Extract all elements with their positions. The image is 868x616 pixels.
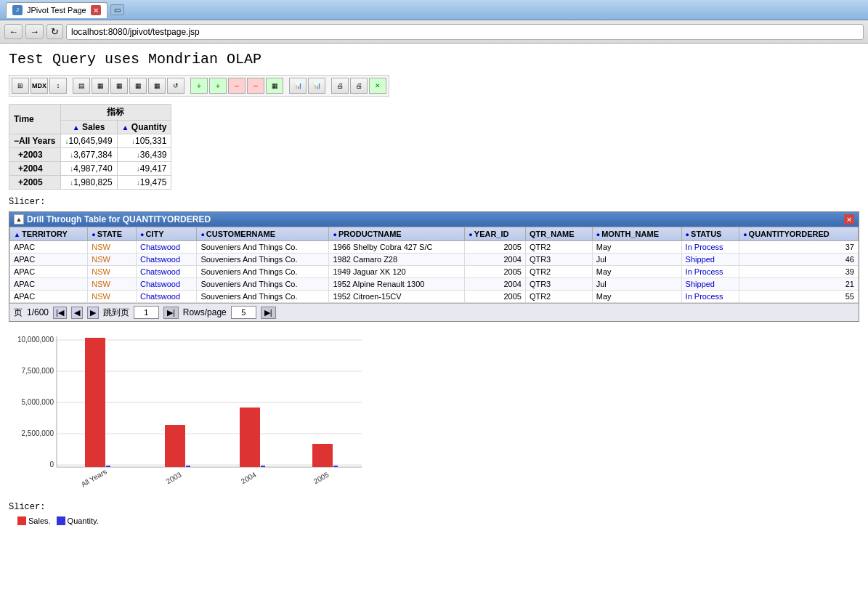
toolbar-btn-table5[interactable]: ▦: [148, 78, 166, 94]
pivot-2005-label[interactable]: +2005: [9, 176, 61, 190]
drill-table-row: APACNSWChatswoodSouveniers And Things Co…: [10, 254, 859, 266]
drill-table-cell: 1952 Alpine Renault 1300: [329, 278, 465, 291]
pivot-allyears-label[interactable]: −All Years: [9, 134, 61, 148]
prev-page-button[interactable]: ◀: [71, 307, 83, 319]
y-label-1: 10,000,000: [17, 336, 54, 344]
col-header-customername[interactable]: ●CUSTOMERNAME: [197, 227, 329, 241]
first-page-button[interactable]: |◀: [53, 307, 67, 319]
drill-table-cell: 1982 Camaro Z28: [329, 254, 465, 266]
drill-table-cell: APAC: [10, 266, 88, 278]
col-header-status[interactable]: ●STATUS: [681, 227, 739, 241]
drill-table-cell: May: [592, 241, 681, 254]
drill-table-cell: 2004: [465, 254, 526, 266]
toolbar-btn-rotate[interactable]: ↺: [167, 78, 184, 94]
pivot-sales-header[interactable]: ▲ Sales: [60, 121, 117, 134]
tab-new-button[interactable]: ▭: [110, 4, 124, 15]
drill-table-cell: 2004: [465, 278, 526, 291]
toolbar-btn-cube[interactable]: ⊞: [12, 78, 29, 94]
toolbar-btn-table3[interactable]: ▦: [110, 78, 128, 94]
legend-quantity: Quantity.: [57, 516, 99, 525]
page-content: Test Query uses Mondrian OLAP ⊞ MDX ↕ ▤ …: [0, 44, 868, 532]
sales-sort-icon: ▲: [73, 123, 80, 131]
toolbar-btn-bar-chart[interactable]: 📊: [289, 78, 307, 94]
drill-table-scroll[interactable]: ▲TERRITORY ●STATE ●CITY ●CUSTOMERNAME ●P…: [9, 227, 859, 303]
pivot-2003-label[interactable]: +2003: [9, 148, 61, 162]
toolbar-btn-minus1[interactable]: −: [228, 78, 246, 94]
drill-table-body: APACNSWChatswoodSouveniers And Things Co…: [10, 241, 859, 303]
drill-table-cell: APAC: [10, 278, 88, 291]
drill-table-cell: May: [592, 266, 681, 278]
drill-table-cell: Jul: [592, 254, 681, 266]
legend-quantity-icon: [57, 516, 65, 525]
toolbar-btn-print1[interactable]: 🖨: [331, 78, 349, 94]
toolbar-btn-table4[interactable]: ▦: [129, 78, 147, 94]
drill-table-cell: QTR2: [525, 241, 592, 254]
toolbar-btn-export[interactable]: ✕: [369, 78, 386, 94]
pivot-quantity-header[interactable]: ▲ Quantity: [117, 121, 171, 134]
drill-table-header-row: ▲TERRITORY ●STATE ●CITY ●CUSTOMERNAME ●P…: [10, 227, 859, 241]
pivot-2004-quantity: ↓49,417: [117, 162, 171, 176]
drill-table-cell: 2005: [465, 241, 526, 254]
toolbar-btn-minus2[interactable]: −: [247, 78, 264, 94]
drill-table-cell: APAC: [10, 291, 88, 303]
chart-svg: 10,000,000 7,500,000 5,000,000 2,500,000…: [9, 329, 365, 493]
drill-table-cell: APAC: [10, 254, 88, 266]
drill-table-cell: Souveniers And Things Co.: [197, 241, 329, 254]
slicer-label: Slicer:: [9, 197, 859, 207]
drill-table-cell: 2005: [465, 291, 526, 303]
pivot-2004-label[interactable]: +2004: [9, 162, 61, 176]
next-page-button[interactable]: ▶: [87, 307, 99, 319]
toolbar-btn-pie-chart[interactable]: 📊: [308, 78, 325, 94]
reload-button[interactable]: ↻: [46, 24, 63, 39]
forward-button[interactable]: →: [25, 24, 44, 39]
toolbar-btn-sort[interactable]: ↕: [49, 78, 67, 94]
toolbar-btn-add2[interactable]: +: [209, 78, 227, 94]
col-header-state[interactable]: ●STATE: [88, 227, 137, 241]
address-bar[interactable]: [66, 24, 864, 40]
drill-table-cell: 39: [739, 266, 859, 278]
rows-per-page-input[interactable]: [231, 306, 256, 319]
drill-table-header: ▲ Drill Through Table for QUANTITYORDERE…: [9, 212, 859, 227]
col-header-monthname[interactable]: ●MONTH_NAME: [592, 227, 681, 241]
pivot-2004-sales: ↓4,987,740: [60, 162, 117, 176]
chart-legend: Sales. Quantity.: [17, 516, 859, 525]
rows-per-page-go-button[interactable]: ▶|: [261, 307, 276, 319]
toolbar-btn-table1[interactable]: ▤: [73, 78, 90, 94]
drill-header-icon: ▲: [14, 214, 24, 224]
pivot-2005-quantity: ↓19,475: [117, 176, 171, 190]
drill-close-button[interactable]: ✕: [844, 214, 854, 224]
drill-table-cell: In Process: [681, 266, 739, 278]
drill-table-cell: Chatswood: [136, 278, 196, 291]
goto-button[interactable]: ▶|: [163, 307, 179, 319]
browser-tab[interactable]: J JPivot Test Page ✕: [6, 2, 108, 18]
drill-table-cell: Chatswood: [136, 266, 196, 278]
col-header-city[interactable]: ●CITY: [136, 227, 196, 241]
drill-table-cell: Jul: [592, 278, 681, 291]
toolbar-btn-chart-green[interactable]: ▦: [266, 78, 283, 94]
col-header-yearid[interactable]: ●YEAR_ID: [465, 227, 526, 241]
goto-page-input[interactable]: [134, 306, 159, 319]
bar-allyears-sales: [85, 338, 105, 467]
tab-close-button[interactable]: ✕: [91, 5, 101, 15]
toolbar-btn-mdx[interactable]: MDX: [31, 78, 48, 94]
col-header-qtrname[interactable]: QTR_NAME: [525, 227, 592, 241]
col-header-territory[interactable]: ▲TERRITORY: [10, 227, 88, 241]
bar-2003-sales: [165, 425, 185, 467]
toolbar-btn-table2[interactable]: ▦: [92, 78, 109, 94]
drill-header-left: ▲ Drill Through Table for QUANTITYORDERE…: [14, 214, 211, 224]
pivot-allyears-quantity: ↓105,331: [117, 134, 171, 148]
col-header-quantityordered[interactable]: ●QUANTITYORDERED: [739, 227, 859, 241]
back-button[interactable]: ←: [4, 24, 23, 39]
tab-title: JPivot Test Page: [27, 6, 86, 15]
drill-table-cell: NSW: [88, 241, 137, 254]
toolbar-btn-add1[interactable]: +: [190, 78, 208, 94]
toolbar-btn-print2[interactable]: 🖨: [350, 78, 368, 94]
col-header-productname[interactable]: ●PRODUCTNAME: [329, 227, 465, 241]
bar-2005-sales: [312, 444, 333, 467]
bar-allyears-quantity: [106, 466, 110, 467]
drill-table-cell: Souveniers And Things Co.: [197, 291, 329, 303]
drill-table-cell: Souveniers And Things Co.: [197, 254, 329, 266]
drill-table: ▲TERRITORY ●STATE ●CITY ●CUSTOMERNAME ●P…: [9, 227, 859, 303]
y-label-3: 5,000,000: [22, 398, 54, 406]
y-label-4: 2,500,000: [22, 429, 54, 437]
